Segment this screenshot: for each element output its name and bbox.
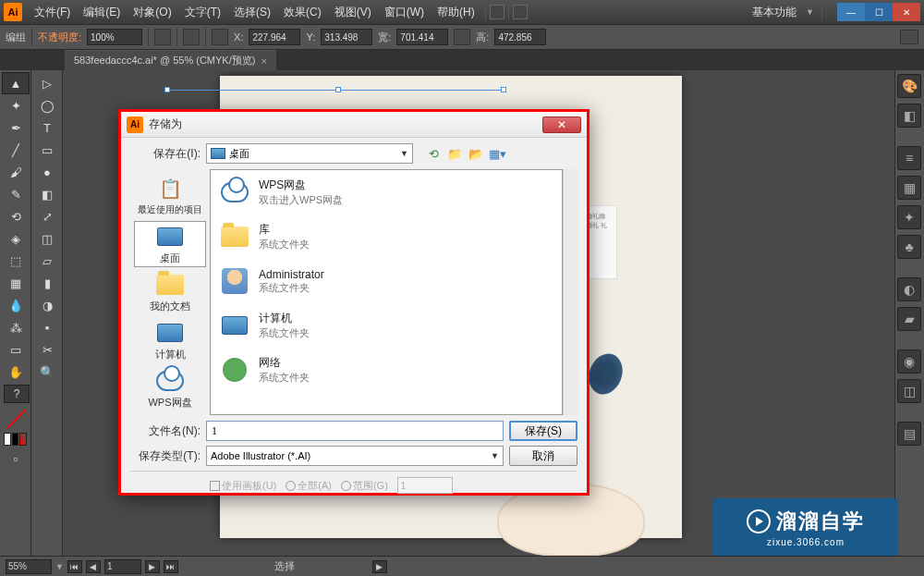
close-icon[interactable]: × [261,55,266,67]
gradient-tool[interactable]: ▮ [33,272,61,294]
status-nav-button[interactable]: ▶ [372,560,387,573]
paintbrush-tool[interactable]: 🖌 [2,161,30,183]
color-guide-panel-icon[interactable]: ◧ [897,104,921,128]
workspace-switcher[interactable]: 基本功能 [747,5,802,20]
width-input[interactable] [396,29,448,45]
document-tab[interactable]: 583feedaccc4c.ai* @ 55% (CMYK/预览) × [65,50,276,70]
slice-tool[interactable]: ✂ [33,338,61,361]
transparency-panel-icon[interactable]: ◐ [897,277,921,301]
dialog-title-bar[interactable]: Ai 存储为 ✕ [121,112,587,138]
window-minimize-button[interactable]: — [837,3,865,21]
gradient-panel-icon[interactable]: ▰ [897,307,921,331]
view-menu-icon[interactable]: ▦▾ [488,144,506,163]
align-icon[interactable] [183,29,200,45]
swatch-white[interactable] [4,433,11,446]
back-icon[interactable]: ⟲ [424,144,443,163]
perspective-grid-tool[interactable]: ▱ [33,250,61,272]
filename-input[interactable] [206,421,504,441]
column-graph-tool[interactable]: ▪ [33,316,61,338]
selection-bounding-box[interactable] [164,87,506,96]
width-tool[interactable]: ◈ [2,227,30,250]
free-transform-tool[interactable]: ◫ [33,227,61,250]
menu-help[interactable]: 帮助(H) [431,5,481,20]
artboard-number-input[interactable] [104,559,141,574]
zoom-select[interactable] [6,559,52,574]
stroke-panel-icon[interactable]: ≡ [897,146,921,170]
place-wps[interactable]: WPS网盘 [134,365,206,411]
last-artboard-button[interactable]: ⏭ [164,560,178,573]
direct-selection-tool[interactable]: ▷ [33,72,61,94]
file-item-computer[interactable]: 计算机 系统文件夹 [211,303,562,348]
recolor-icon[interactable] [154,29,171,45]
place-documents[interactable]: 我的文档 [134,269,206,315]
blend-tool[interactable]: ◑ [33,294,61,316]
prev-artboard-button[interactable]: ◀ [86,560,101,573]
dialog-close-button[interactable]: ✕ [542,116,581,133]
symbols-panel-icon[interactable]: ♣ [897,235,921,259]
x-input[interactable] [249,29,300,45]
eyedropper-tool[interactable]: 💧 [2,294,30,316]
line-tool[interactable]: ╱ [2,139,30,161]
window-close-button[interactable]: ✕ [893,3,920,21]
bridge-icon[interactable] [490,5,505,19]
mesh-tool[interactable]: ▦ [2,272,30,294]
menu-effect[interactable]: 效果(C) [277,5,328,20]
first-artboard-button[interactable]: ⏮ [67,560,82,573]
transform-ref-icon[interactable] [212,29,228,45]
menu-type[interactable]: 文字(T) [178,5,227,20]
symbol-sprayer-tool[interactable]: ⁂ [2,316,30,338]
opacity-input[interactable] [87,29,142,45]
screen-mode-tool[interactable]: ▫ [2,447,30,470]
options-overflow-icon[interactable] [900,30,918,44]
menu-object[interactable]: 对象(O) [127,5,177,20]
menu-window[interactable]: 窗口(W) [378,5,431,20]
shape-builder-tool[interactable]: ⬚ [2,250,30,272]
rectangle-tool[interactable]: ▭ [33,139,61,161]
graphic-styles-panel-icon[interactable]: ◫ [897,379,921,403]
file-item-wps[interactable]: WPS网盘 双击进入WPS网盘 [211,170,562,214]
up-folder-icon[interactable]: 📁 [445,144,464,163]
menu-file[interactable]: 文件(F) [28,5,77,20]
scrollbar[interactable] [563,169,578,415]
menu-select[interactable]: 选择(S) [227,5,277,20]
layers-panel-icon[interactable]: ▤ [897,422,921,446]
place-recent[interactable]: 📋 最近使用的项目 [134,173,206,219]
link-wh-icon[interactable] [454,29,470,45]
file-item-admin[interactable]: Administrator 系统文件夹 [211,259,562,303]
zoom-tool[interactable]: 🔍 [33,361,61,383]
artboard-tool[interactable]: ▭ [2,338,30,361]
brushes-panel-icon[interactable]: ✦ [897,205,921,229]
swatches-panel-icon[interactable]: ▦ [897,176,921,200]
file-item-library[interactable]: 库 系统文件夹 [211,214,562,259]
height-input[interactable] [494,29,546,45]
cancel-button[interactable]: 取消 [509,446,578,466]
menu-view[interactable]: 视图(V) [328,5,378,20]
arrange-icon[interactable] [513,5,528,19]
lasso-tool[interactable]: ◯ [33,94,61,116]
next-artboard-button[interactable]: ▶ [145,560,160,573]
hand-tool[interactable]: ✋ [2,361,30,383]
blob-brush-tool[interactable]: ● [33,161,61,183]
save-in-combo[interactable]: 桌面 ▼ [206,143,413,164]
type-tool[interactable]: T [33,116,61,139]
menu-edit[interactable]: 编辑(E) [77,5,127,20]
rotate-tool[interactable]: ⟲ [2,205,30,227]
save-button[interactable]: 保存(S) [509,421,578,441]
file-item-network[interactable]: 网络 系统文件夹 [211,348,562,392]
pen-tool[interactable]: ✒ [2,116,30,139]
place-desktop[interactable]: 桌面 [134,221,206,267]
eraser-tool[interactable]: ◧ [33,183,61,205]
selection-tool[interactable]: ▲ [2,72,30,94]
new-folder-icon[interactable]: 📂 [467,144,485,163]
magic-wand-tool[interactable]: ✦ [2,94,30,116]
swatch-black[interactable] [12,433,19,446]
y-input[interactable] [321,29,372,45]
swatch-none[interactable] [19,433,27,446]
color-panel-icon[interactable]: 🎨 [897,74,921,98]
filetype-combo[interactable]: Adobe Illustrator (*.AI) ▼ [206,446,504,466]
scale-tool[interactable]: ⤢ [33,205,61,227]
place-computer[interactable]: 计算机 [134,317,206,363]
file-list[interactable]: WPS网盘 双击进入WPS网盘 库 系统文件夹 Administrator [210,169,563,415]
pencil-tool[interactable]: ✎ [2,183,30,205]
appearance-panel-icon[interactable]: ◉ [897,349,921,374]
